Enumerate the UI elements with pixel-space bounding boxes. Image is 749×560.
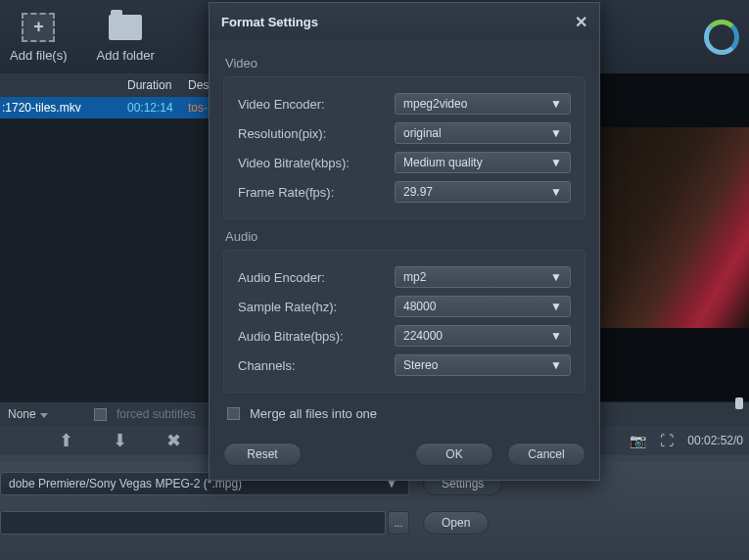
add-folder-label: Add folder: [97, 48, 155, 63]
move-down-icon[interactable]: ⬇: [113, 430, 127, 451]
add-file-icon: [20, 12, 57, 43]
fullscreen-icon[interactable]: ⛶: [660, 433, 674, 448]
reset-button[interactable]: Reset: [223, 443, 302, 466]
video-section-label: Video: [225, 56, 585, 70]
video-preview: [597, 73, 749, 401]
chevron-down-icon: [40, 413, 48, 418]
forced-subtitles-label: forced subtitles: [117, 407, 196, 421]
channels-label: Channels:: [238, 358, 395, 373]
delete-icon[interactable]: ✖: [166, 430, 181, 451]
audio-encoder-label: Audio Encoder:: [238, 270, 395, 285]
add-files-button[interactable]: Add file(s): [10, 12, 68, 63]
resolution-label: Resolution(pix):: [238, 126, 395, 141]
video-bitrate-select[interactable]: Medium quality▼: [395, 152, 571, 173]
profile-value: dobe Premiere/Sony Vegas MPEG-2 (*.mpg): [9, 477, 242, 490]
open-button[interactable]: Open: [423, 511, 489, 535]
format-settings-dialog: Format Settings ✕ Video Video Encoder: m…: [209, 2, 600, 481]
video-bitrate-label: Video Bitrate(kbps):: [238, 156, 395, 170]
chevron-down-icon: ▼: [550, 97, 562, 111]
duration-header: Duration: [127, 78, 188, 92]
snapshot-icon[interactable]: 📷: [630, 433, 646, 448]
duration-cell: 00:12:14: [127, 101, 188, 115]
audio-section: Audio Encoder: mp2▼ Sample Rate(hz): 480…: [223, 250, 585, 393]
dialog-titlebar[interactable]: Format Settings ✕: [210, 3, 599, 40]
subtitle-select[interactable]: None: [8, 407, 84, 421]
chevron-down-icon: ▼: [550, 358, 562, 372]
merge-label: Merge all files into one: [250, 406, 377, 421]
preview-controls: 📷 ⛶ 00:02:52/0: [597, 426, 749, 455]
resolution-select[interactable]: original▼: [395, 122, 571, 144]
output-path-input[interactable]: [0, 511, 386, 535]
add-files-label: Add file(s): [10, 48, 68, 63]
forced-subtitles-checkbox[interactable]: [94, 408, 107, 421]
audio-section-label: Audio: [225, 229, 585, 244]
cancel-button[interactable]: Cancel: [507, 443, 585, 466]
chevron-down-icon: ▼: [550, 156, 562, 169]
file-name-cell: :1720-tiles.mkv: [2, 101, 127, 115]
chevron-down-icon: ▼: [550, 185, 562, 199]
chevron-down-icon: ▼: [550, 300, 562, 313]
audio-bitrate-label: Audio Bitrate(bps):: [238, 329, 395, 344]
video-encoder-label: Video Encoder:: [238, 97, 395, 112]
preview-frame: [597, 127, 749, 328]
folder-icon: [107, 12, 144, 43]
video-section: Video Encoder: mpeg2video▼ Resolution(pi…: [223, 76, 585, 219]
close-icon[interactable]: ✕: [575, 13, 587, 31]
audio-bitrate-select[interactable]: 224000▼: [395, 325, 571, 347]
app-logo-icon: [704, 20, 739, 55]
preview-seek-handle[interactable]: [735, 397, 743, 410]
dialog-title: Format Settings: [221, 15, 318, 29]
audio-encoder-select[interactable]: mp2▼: [395, 266, 571, 288]
browse-button[interactable]: ...: [388, 511, 409, 535]
ok-button[interactable]: OK: [415, 443, 493, 466]
add-folder-button[interactable]: Add folder: [97, 12, 155, 63]
sample-rate-label: Sample Rate(hz):: [238, 300, 395, 314]
sample-rate-select[interactable]: 48000▼: [395, 296, 571, 317]
preview-timestamp: 00:02:52/0: [687, 434, 743, 447]
move-up-icon[interactable]: ⬆: [59, 430, 73, 451]
chevron-down-icon: ▼: [550, 126, 562, 140]
frame-rate-label: Frame Rate(fps):: [238, 185, 395, 200]
frame-rate-select[interactable]: 29.97▼: [395, 181, 571, 203]
chevron-down-icon: ▼: [550, 270, 562, 284]
chevron-down-icon: ▼: [550, 329, 562, 343]
video-encoder-select[interactable]: mpeg2video▼: [395, 93, 571, 115]
channels-select[interactable]: Stereo▼: [395, 354, 571, 376]
dest-cell: tos-: [188, 101, 208, 115]
merge-checkbox[interactable]: [227, 407, 240, 420]
